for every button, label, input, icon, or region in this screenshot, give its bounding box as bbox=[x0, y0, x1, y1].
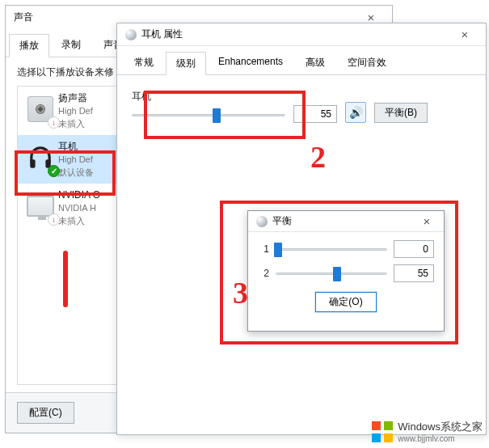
device-status: 未插入 bbox=[58, 117, 93, 130]
balance-body: 1 2 确定(O) bbox=[248, 232, 444, 319]
watermark-sub: www.bjjmlv.com bbox=[398, 434, 483, 443]
slider-thumb-icon[interactable] bbox=[213, 108, 221, 123]
unplugged-badge-icon bbox=[48, 116, 60, 129]
speaker-sound-icon: 🔊 bbox=[349, 106, 363, 119]
svg-rect-0 bbox=[30, 159, 35, 168]
tab-general[interactable]: 常规 bbox=[124, 51, 164, 74]
device-name: NVIDIA O bbox=[58, 188, 100, 201]
device-ball-icon bbox=[256, 216, 268, 227]
slider-thumb-icon[interactable] bbox=[274, 243, 282, 257]
close-icon[interactable]: × bbox=[449, 27, 481, 41]
tab-recording[interactable]: 录制 bbox=[51, 33, 91, 57]
device-status: 默认设备 bbox=[58, 166, 94, 179]
device-desc: High Def bbox=[58, 104, 93, 117]
monitor-icon bbox=[23, 188, 58, 224]
channel-2-slider[interactable] bbox=[276, 265, 387, 281]
channel-1-value[interactable] bbox=[394, 240, 434, 258]
ok-button[interactable]: 确定(O) bbox=[315, 292, 376, 312]
device-name: 耳机 bbox=[58, 140, 94, 153]
tab-playback[interactable]: 播放 bbox=[9, 34, 49, 57]
headphones-icon bbox=[23, 140, 58, 175]
close-icon[interactable]: × bbox=[415, 214, 439, 228]
configure-button[interactable]: 配置(C) bbox=[17, 402, 74, 424]
close-icon[interactable]: × bbox=[355, 11, 387, 24]
balance-button[interactable]: 平衡(B) bbox=[374, 103, 428, 123]
default-badge-icon bbox=[48, 165, 60, 177]
level-label: 耳机 bbox=[132, 90, 285, 104]
device-status: 未插入 bbox=[58, 214, 100, 227]
unplugged-badge-icon bbox=[48, 213, 60, 226]
balance-dialog: 平衡 × 1 2 确定(O) bbox=[247, 210, 445, 332]
balance-title: 平衡 bbox=[272, 214, 415, 228]
prop-window-title: 耳机 属性 bbox=[141, 27, 449, 41]
channel-1-slider[interactable] bbox=[276, 241, 387, 257]
channel-label: 2 bbox=[258, 268, 269, 279]
speaker-icon bbox=[23, 91, 58, 127]
device-ball-icon bbox=[125, 29, 137, 40]
prop-tabs: 常规 级别 Enhancements 高级 空间音效 bbox=[117, 46, 486, 75]
sound-window-title: 声音 bbox=[14, 11, 355, 24]
balance-channel-1: 1 bbox=[258, 240, 434, 258]
channel-label: 1 bbox=[258, 243, 269, 255]
headphone-level-row: 耳机 🔊 平衡(B) bbox=[132, 90, 471, 123]
windows-logo-icon bbox=[372, 421, 393, 442]
tab-levels[interactable]: 级别 bbox=[166, 52, 206, 75]
channel-2-value[interactable] bbox=[394, 264, 434, 282]
watermark: Windows系统之家 www.bjjmlv.com bbox=[372, 420, 483, 443]
tab-advanced[interactable]: 高级 bbox=[295, 51, 335, 74]
watermark-main: Windows系统之家 bbox=[398, 421, 483, 433]
prop-window-titlebar: 耳机 属性 × bbox=[117, 23, 486, 46]
slider-thumb-icon[interactable] bbox=[333, 267, 341, 281]
tab-spatial[interactable]: 空间音效 bbox=[337, 51, 397, 74]
mute-button[interactable]: 🔊 bbox=[345, 102, 366, 123]
level-value-input[interactable] bbox=[293, 105, 337, 123]
device-name: 扬声器 bbox=[58, 91, 93, 104]
level-slider[interactable] bbox=[132, 107, 285, 123]
balance-titlebar: 平衡 × bbox=[248, 211, 444, 232]
device-desc: NVIDIA H bbox=[58, 201, 100, 214]
levels-panel: 耳机 🔊 平衡(B) bbox=[117, 75, 486, 137]
balance-channel-2: 2 bbox=[258, 264, 434, 282]
device-desc: High Def bbox=[58, 153, 94, 166]
tab-enhancements[interactable]: Enhancements bbox=[208, 51, 293, 74]
